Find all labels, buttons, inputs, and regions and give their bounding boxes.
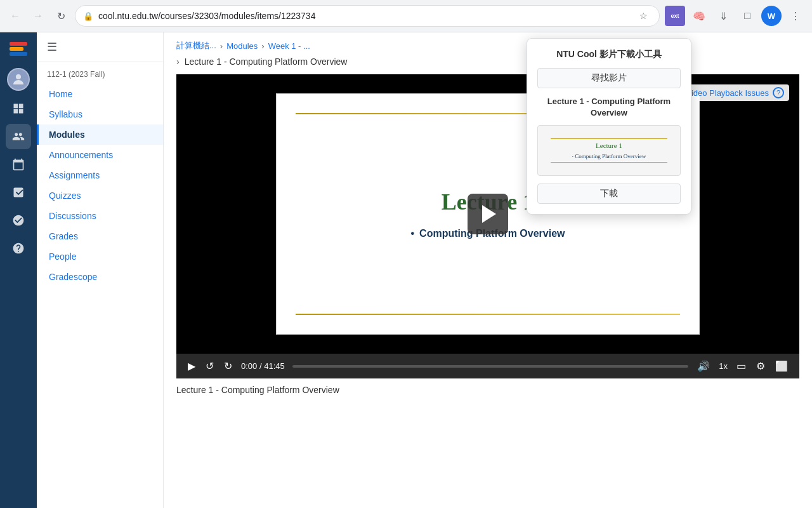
fast-forward-button[interactable]: ↻ xyxy=(223,359,233,373)
extensions-button[interactable]: 🧠 xyxy=(689,6,709,26)
back-button[interactable]: ← xyxy=(6,7,24,25)
profile-button[interactable]: W xyxy=(761,6,782,26)
thumb-subtitle: · Computing Platform Overview xyxy=(572,153,646,159)
nav-quizzes[interactable]: Quizzes xyxy=(37,185,163,206)
nav-syllabus[interactable]: Syllabus xyxy=(37,104,163,124)
video-wrapper: Lecture 1 • Computing Platform Overview … xyxy=(176,74,799,378)
sidebar-people-icon[interactable] xyxy=(6,124,31,149)
rewind-button[interactable]: ↺ xyxy=(204,359,215,373)
popup-title: NTU Cool 影片下載小工具 xyxy=(537,49,681,60)
course-sidebar: ☰ 112-1 (2023 Fall) Home Syllabus Module… xyxy=(37,32,164,508)
extension-popup: NTU Cool 影片下載小工具 尋找影片 Lecture 1 - Comput… xyxy=(527,38,691,215)
page-title: Lecture 1 - Computing Platform Overview xyxy=(185,57,348,67)
thumb-border-top xyxy=(551,138,667,139)
lock-icon: 🔒 xyxy=(83,11,93,21)
hamburger-button[interactable]: ☰ xyxy=(47,40,57,54)
popup-search-button[interactable]: 尋找影片 xyxy=(537,68,681,88)
video-caption: Lecture 1 - Computing Platform Overview xyxy=(164,378,812,401)
breadcrumb-sep1: › xyxy=(220,41,223,51)
nav-home[interactable]: Home xyxy=(37,84,163,104)
nav-assignments[interactable]: Assignments xyxy=(37,165,163,185)
volume-button[interactable]: 🔊 xyxy=(696,359,711,373)
help-circle-icon: ? xyxy=(773,87,784,98)
nav-grades[interactable]: Grades xyxy=(37,226,163,246)
course-info: 112-1 (2023 Fall) xyxy=(37,62,163,84)
play-pause-button[interactable]: ▶ xyxy=(187,359,197,373)
url-text: cool.ntu.edu.tw/courses/32303/modules/it… xyxy=(98,11,630,21)
page-title-arrow: › xyxy=(176,57,180,67)
popup-thumbnail: Lecture 1 · Computing Platform Overview xyxy=(537,125,681,176)
svg-point-0 xyxy=(16,74,21,79)
browser-chrome: ← → ↻ 🔒 cool.ntu.edu.tw/courses/32303/mo… xyxy=(0,0,812,32)
settings-button[interactable]: ⚙ xyxy=(755,359,766,373)
semester-label: 112-1 (2023 Fall) xyxy=(47,70,153,79)
video-controls: ▶ ↺ ↻ 0:00 / 41:45 🔊 1x ▭ ⚙ ⬜ xyxy=(176,354,799,378)
speed-button[interactable]: 1x xyxy=(719,361,728,371)
breadcrumb-course[interactable]: 計算機結... xyxy=(176,40,216,51)
address-bar: 🔒 cool.ntu.edu.tw/courses/32303/modules/… xyxy=(75,5,660,27)
extension-icon[interactable]: ext xyxy=(665,6,685,26)
nav-discussions[interactable]: Discussions xyxy=(37,206,163,226)
play-button-overlay[interactable] xyxy=(468,194,508,234)
nav-modules[interactable]: Modules xyxy=(37,124,163,145)
menu-button[interactable]: ⋮ xyxy=(785,6,806,26)
sidebar-dashboard-icon[interactable] xyxy=(6,96,31,121)
breadcrumb: 計算機結... › Modules › Week 1 - ... xyxy=(164,32,812,55)
page-title-row: › Lecture 1 - Computing Platform Overvie… xyxy=(164,55,812,74)
thumb-border-bottom xyxy=(551,162,667,163)
breadcrumb-week[interactable]: Week 1 - ... xyxy=(268,41,310,51)
sidebar-todo-icon[interactable] xyxy=(6,208,31,233)
logo-bar-blue xyxy=(10,52,27,56)
video-area: Lecture 1 • Computing Platform Overview … xyxy=(176,74,799,354)
split-button[interactable]: □ xyxy=(737,6,757,26)
popup-download-button[interactable]: 下載 xyxy=(537,184,681,204)
thumb-title: Lecture 1 xyxy=(596,142,622,149)
sidebar-help-icon[interactable] xyxy=(6,236,31,261)
app-logo xyxy=(7,37,30,60)
breadcrumb-modules[interactable]: Modules xyxy=(226,41,258,51)
popup-video-title: Lecture 1 - Computing Platform Overview xyxy=(537,96,681,119)
nav-announcements[interactable]: Announcements xyxy=(37,145,163,165)
nav-gradescope[interactable]: Gradescope xyxy=(37,267,163,287)
sidebar-header: ☰ xyxy=(37,32,163,62)
popup-overlay: NTU Cool 影片下載小工具 尋找影片 Lecture 1 - Comput… xyxy=(527,38,691,215)
icon-sidebar xyxy=(0,32,37,508)
reload-button[interactable]: ↻ xyxy=(52,7,70,25)
course-navigation: Home Syllabus Modules Announcements Assi… xyxy=(37,84,163,287)
logo-bar-red xyxy=(10,42,27,46)
forward-button[interactable]: → xyxy=(29,7,47,25)
sidebar-grades-icon[interactable] xyxy=(6,180,31,205)
download-button[interactable]: ⇓ xyxy=(713,6,733,26)
fullscreen-button[interactable]: ⬜ xyxy=(774,359,789,373)
logo-bar-orange xyxy=(10,47,23,51)
nav-people[interactable]: People xyxy=(37,246,163,267)
user-avatar[interactable] xyxy=(7,68,30,91)
breadcrumb-sep2: › xyxy=(261,41,264,51)
captions-button[interactable]: ▭ xyxy=(735,359,747,373)
sidebar-calendar-icon[interactable] xyxy=(6,152,31,177)
time-display: 0:00 / 41:45 xyxy=(241,361,285,371)
play-triangle xyxy=(482,205,496,223)
slide-border-bottom xyxy=(296,314,680,315)
bookmark-button[interactable]: ☆ xyxy=(635,8,652,24)
progress-bar-container[interactable] xyxy=(292,365,689,368)
main-content: 計算機結... › Modules › Week 1 - ... › Lectu… xyxy=(164,32,812,508)
